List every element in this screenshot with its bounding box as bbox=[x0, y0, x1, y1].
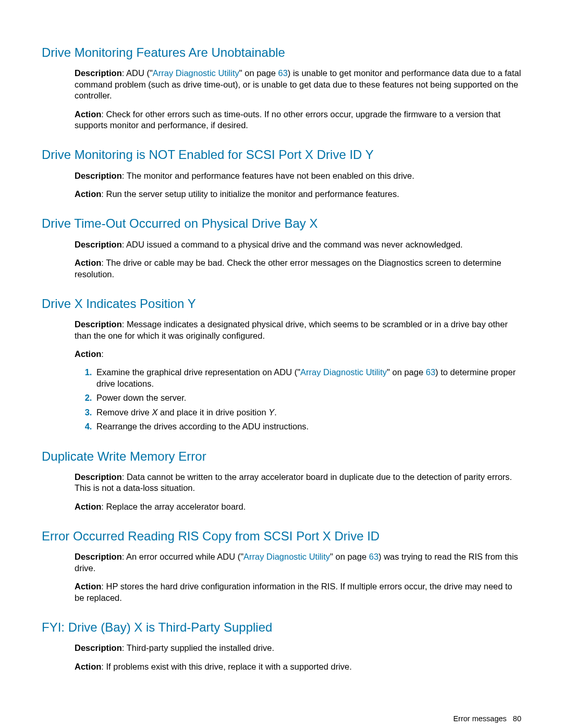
label: Action bbox=[75, 502, 101, 511]
text: Remove drive bbox=[96, 408, 152, 417]
link-array-diag-utility[interactable]: Array Diagnostic Utility bbox=[243, 552, 330, 561]
text: : Replace the array accelerator board. bbox=[101, 502, 246, 511]
text: : The monitor and performance features h… bbox=[122, 171, 414, 180]
section-heading: Drive Monitoring Features Are Unobtainab… bbox=[42, 44, 521, 60]
text: : ADU issued a command to a physical dri… bbox=[122, 240, 463, 249]
label: Description bbox=[75, 171, 122, 180]
section-heading: Drive Time-Out Occurred on Physical Driv… bbox=[42, 215, 521, 231]
section-drive-monitoring-not-enabled: Drive Monitoring is NOT Enabled for SCSI… bbox=[42, 146, 521, 200]
action-para: Action: The drive or cable may be bad. C… bbox=[75, 257, 521, 280]
text: . bbox=[274, 408, 277, 417]
description-para: Description: Data cannot be written to t… bbox=[75, 472, 521, 494]
label: Description bbox=[75, 68, 122, 78]
text: " on page bbox=[239, 68, 278, 78]
section-drive-timeout: Drive Time-Out Occurred on Physical Driv… bbox=[42, 215, 521, 280]
action-label: Action: bbox=[75, 349, 521, 360]
text: " on page bbox=[387, 367, 426, 377]
label: Description bbox=[75, 643, 122, 652]
section-drive-monitoring-unobtainable: Drive Monitoring Features Are Unobtainab… bbox=[42, 44, 521, 131]
link-array-diag-utility[interactable]: Array Diagnostic Utility bbox=[300, 367, 387, 377]
text: : Run the server setup utility to initia… bbox=[101, 189, 399, 199]
text: : Third-party supplied the installed dri… bbox=[122, 643, 274, 652]
list-item: Examine the graphical drive representati… bbox=[94, 367, 521, 389]
link-page-63[interactable]: 63 bbox=[426, 367, 435, 377]
text: : bbox=[101, 349, 104, 359]
label: Description bbox=[75, 319, 122, 329]
text: " on page bbox=[330, 552, 369, 561]
label: Action bbox=[75, 258, 101, 267]
text: and place it in drive position bbox=[157, 408, 268, 417]
list-item: Rearrange the drives according to the AD… bbox=[94, 421, 521, 432]
section-heading: Drive X Indicates Position Y bbox=[42, 295, 521, 312]
list-item: Remove drive X and place it in drive pos… bbox=[94, 407, 521, 418]
link-page-63[interactable]: 63 bbox=[369, 552, 378, 561]
page-footer: Error messages 80 bbox=[42, 714, 521, 724]
action-para: Action: If problems exist with this driv… bbox=[75, 661, 521, 672]
text: : Check for other errors such as time-ou… bbox=[75, 109, 500, 130]
text: : HP stores the hard drive configuration… bbox=[75, 582, 512, 602]
action-para: Action: HP stores the hard drive configu… bbox=[75, 581, 521, 603]
label: Action bbox=[75, 109, 101, 119]
description-para: Description: ADU ("Array Diagnostic Util… bbox=[75, 68, 521, 101]
link-array-diag-utility[interactable]: Array Diagnostic Utility bbox=[153, 68, 239, 78]
section-heading: FYI: Drive (Bay) X is Third-Party Suppli… bbox=[42, 619, 521, 635]
text: : Data cannot be written to the array ac… bbox=[75, 472, 512, 492]
action-list: Examine the graphical drive representati… bbox=[75, 367, 521, 432]
section-third-party: FYI: Drive (Bay) X is Third-Party Suppli… bbox=[42, 619, 521, 672]
section-duplicate-write: Duplicate Write Memory Error Description… bbox=[42, 448, 521, 513]
text: Examine the graphical drive representati… bbox=[96, 367, 300, 377]
label: Description bbox=[75, 552, 122, 561]
description-para: Description: The monitor and performance… bbox=[75, 170, 521, 181]
description-para: Description: Message indicates a designa… bbox=[75, 319, 521, 341]
text: : The drive or cable may be bad. Check t… bbox=[75, 258, 501, 278]
variable-x: X bbox=[152, 408, 157, 417]
action-para: Action: Replace the array accelerator bo… bbox=[75, 501, 521, 512]
description-para: Description: ADU issued a command to a p… bbox=[75, 239, 521, 250]
section-drive-position: Drive X Indicates Position Y Description… bbox=[42, 295, 521, 433]
section-heading: Drive Monitoring is NOT Enabled for SCSI… bbox=[42, 146, 521, 163]
list-item: Power down the server. bbox=[94, 392, 521, 403]
action-para: Action: Run the server setup utility to … bbox=[75, 189, 521, 200]
action-para: Action: Check for other errors such as t… bbox=[75, 109, 521, 131]
label: Action bbox=[75, 189, 101, 199]
text: : ADU (" bbox=[122, 68, 153, 78]
link-page-63[interactable]: 63 bbox=[278, 68, 287, 78]
label: Description bbox=[75, 472, 122, 482]
label: Action bbox=[75, 349, 101, 359]
footer-label: Error messages bbox=[453, 714, 506, 723]
label: Description bbox=[75, 240, 122, 249]
description-para: Description: An error occurred while ADU… bbox=[75, 551, 521, 574]
label: Action bbox=[75, 662, 101, 671]
text: : An error occurred while ADU (" bbox=[122, 552, 243, 561]
text: : If problems exist with this drive, rep… bbox=[101, 662, 352, 671]
section-heading: Duplicate Write Memory Error bbox=[42, 448, 521, 464]
variable-y: Y bbox=[268, 408, 274, 417]
description-para: Description: Third-party supplied the in… bbox=[75, 643, 521, 653]
label: Action bbox=[75, 582, 101, 591]
text: : Message indicates a designated physica… bbox=[75, 319, 508, 340]
section-ris-error: Error Occurred Reading RIS Copy from SCS… bbox=[42, 528, 521, 603]
footer-page: 80 bbox=[513, 714, 521, 723]
section-heading: Error Occurred Reading RIS Copy from SCS… bbox=[42, 528, 521, 544]
